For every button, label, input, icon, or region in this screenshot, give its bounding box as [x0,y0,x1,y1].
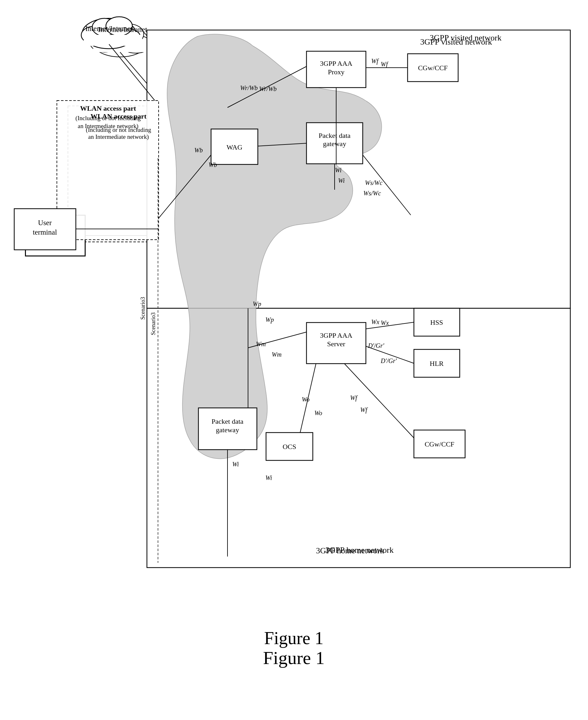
wr-wb-label: Wr/Wb [259,85,277,93]
svg-text:Wi: Wi [232,461,239,468]
svg-text:Packet data: Packet data [212,417,244,425]
svg-text:Server: Server [327,340,345,348]
svg-text:Packet data: Packet data [319,132,351,139]
svg-text:terminal: terminal [33,228,57,236]
svg-text:Wp: Wp [253,300,261,308]
wlan-label: WLAN access part [76,112,161,120]
svg-text:D'/Gr': D'/Gr' [368,342,384,349]
wm-label: Wm [272,351,281,358]
svg-text:3GPP AAA: 3GPP AAA [320,332,353,339]
svg-text:Wf: Wf [371,58,379,65]
svg-text:HSS: HSS [430,318,443,326]
svg-text:3GPP AAA: 3GPP AAA [320,59,353,67]
wp-label: Wp [266,316,274,323]
svg-text:Scenario3: Scenario3 [140,297,146,320]
wi-visited-label: Wi [338,177,345,184]
svg-text:Wx: Wx [371,318,379,325]
svg-rect-39 [84,35,142,46]
svg-text:CGw/CCF: CGw/CCF [425,440,454,448]
svg-text:Wi: Wi [335,167,341,174]
svg-text:Figure 1: Figure 1 [263,647,325,668]
svg-text:Wf: Wf [350,394,358,402]
svg-text:Wb: Wb [194,147,203,154]
svg-text:Proxy: Proxy [328,68,345,76]
wx-label: Wx [381,319,389,327]
svg-text:OCS: OCS [283,443,296,451]
svg-text:Wr/Wb: Wr/Wb [240,84,258,92]
svg-text:gateway: gateway [216,426,239,434]
scenario-label: Scenario3 [150,183,157,335]
home-network-label: 3GPP home network [326,545,394,555]
wo-label: Wo [314,409,322,417]
wb-label: Wb [209,161,217,168]
wf-visited-label: Wf [381,61,388,68]
svg-text:HLR: HLR [430,360,444,367]
svg-text:WAG: WAG [227,143,242,151]
svg-text:Wm: Wm [256,341,266,347]
cloud-label: Internet/Intranet [91,25,154,34]
svg-text:Wo: Wo [302,396,310,403]
svg-text:WLAN access part: WLAN access part [80,104,136,112]
svg-text:gateway: gateway [323,140,346,148]
svg-text:Ws/Wc: Ws/Wc [365,179,383,186]
svg-text:CGw/CCF: CGw/CCF [418,64,448,72]
wf-home-label: Wf [360,406,367,414]
visited-network-label: 3GPP visited network [420,37,492,47]
d-gr-label: D'/Gr' [381,357,397,365]
wlan-sublabel: (Including or not Includingan Intermedia… [71,126,166,140]
wi-home-label: Wi [266,474,272,482]
svg-text:User: User [38,219,52,227]
ws-wc-label: Ws/Wc [363,190,381,197]
